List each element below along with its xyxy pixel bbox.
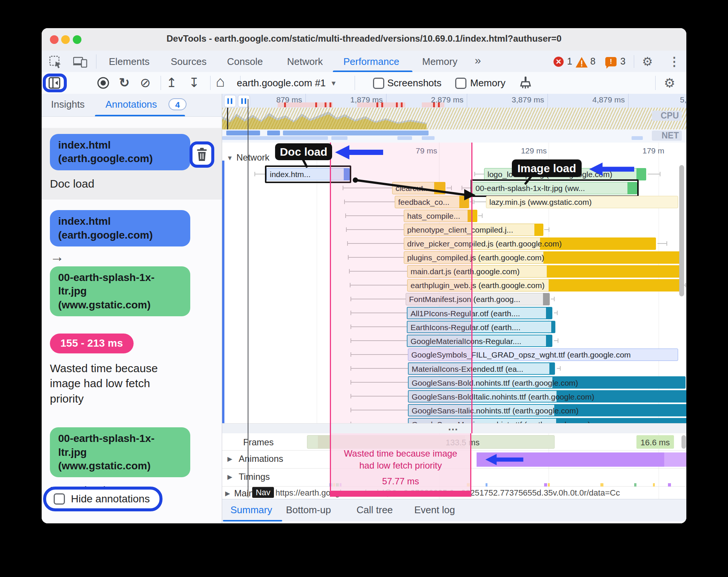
main-activity-tick bbox=[548, 483, 550, 487]
network-request-bar[interactable]: FontManifest.json (earth.goog... bbox=[406, 293, 550, 305]
annotation-pill[interactable]: index.html (earth.google.com) bbox=[50, 134, 190, 170]
annotation-range-start-line[interactable] bbox=[330, 143, 331, 433]
warning-badge-icon[interactable] bbox=[575, 57, 588, 68]
blue-arrow-icon bbox=[481, 454, 528, 465]
network-request-bar[interactable]: EarthIcons-Regular.otf (earth.... bbox=[407, 321, 555, 333]
annotation-pill[interactable]: 00-earth-splash-1x-ltr.jpg (www.gstatic.… bbox=[50, 427, 190, 477]
network-request-bar[interactable]: GoogleSans-Bold.nohints.ttf (earth.googl… bbox=[408, 376, 686, 389]
tab-memory[interactable]: Memory bbox=[422, 56, 457, 68]
clear-icon[interactable]: ⊘ bbox=[140, 75, 151, 90]
time-range-pill[interactable]: 155 - 213 ms bbox=[50, 334, 134, 353]
request-whisker bbox=[350, 285, 407, 285]
image-load-annotation-label[interactable]: Image load bbox=[512, 159, 582, 177]
network-request-bar[interactable]: hats_compile... bbox=[404, 210, 477, 222]
network-request-bar[interactable]: All1PIcons-Regular.otf (earth.... bbox=[407, 307, 552, 319]
request-tail-segment bbox=[549, 363, 555, 374]
network-request-bar[interactable]: earthplugin_web.js (earth.google.com) bbox=[407, 279, 681, 292]
network-request-bar[interactable]: index.htm... bbox=[266, 168, 350, 180]
network-request-bar[interactable]: GoogleSans-Italic.nohints.ttf (earth.goo… bbox=[408, 404, 686, 416]
memory-label[interactable]: Memory bbox=[470, 77, 505, 89]
issues-badge-icon[interactable]: ! bbox=[605, 57, 617, 66]
hide-annotations-checkbox[interactable] bbox=[54, 493, 65, 505]
tab-summary[interactable]: Summary bbox=[230, 504, 272, 516]
main-track-label[interactable]: Main bbox=[234, 488, 254, 499]
error-badge-icon[interactable]: ✕ bbox=[554, 57, 564, 67]
tab-console[interactable]: Console bbox=[227, 56, 263, 68]
download-profile-icon[interactable]: ↧ bbox=[189, 75, 200, 90]
tab-performance[interactable]: Performance bbox=[343, 56, 399, 68]
annotation-card-link[interactable]: index.html (earth.google.com) → 00-earth… bbox=[42, 210, 222, 316]
network-request-bar[interactable]: GoogleMaterialIcons-Regular.... bbox=[407, 335, 552, 347]
target-selector[interactable]: earth.google.com #1 bbox=[237, 77, 331, 89]
toggle-sidebar-icon[interactable] bbox=[48, 77, 61, 89]
vertical-scrollbar[interactable] bbox=[679, 165, 684, 296]
trash-icon[interactable] bbox=[196, 148, 208, 161]
animations-track-label[interactable]: Animations bbox=[239, 454, 283, 464]
request-whisker bbox=[350, 368, 408, 369]
doc-load-annotation-label[interactable]: Doc load bbox=[275, 143, 332, 160]
net-activity-bar bbox=[331, 136, 347, 140]
garbage-collect-broom-icon[interactable] bbox=[518, 76, 532, 90]
network-request-bar[interactable]: main.dart.js (earth.google.com) bbox=[407, 265, 684, 278]
settings-gear-icon[interactable]: ⚙ bbox=[642, 54, 653, 69]
collapse-arrow-icon[interactable]: ▶ bbox=[227, 455, 232, 463]
tab-network[interactable]: Network bbox=[287, 56, 323, 68]
pause-marker-1[interactable] bbox=[224, 95, 236, 107]
network-request-bar[interactable]: drive_picker_compiled.js (earth.google.c… bbox=[404, 237, 656, 250]
kebab-menu-icon[interactable]: ⋮ bbox=[668, 54, 680, 69]
upload-profile-icon[interactable]: ↥ bbox=[166, 75, 177, 90]
network-request-bar[interactable]: plugins_compiled.js (earth.google.com) bbox=[404, 251, 684, 264]
hide-annotations-label[interactable]: Hide annotations bbox=[71, 493, 150, 505]
collapse-arrow-icon[interactable]: ▶ bbox=[227, 473, 232, 481]
devtools-tabbar: Elements Sources Console Network Perform… bbox=[42, 51, 686, 72]
collapse-arrow-icon[interactable]: ▶ bbox=[225, 490, 230, 497]
overview-ruler[interactable]: 879 ms1,879 ms2,879 ms3,879 ms4,879 ms5,… bbox=[222, 94, 686, 108]
frames-scroll-thumb[interactable] bbox=[681, 435, 686, 449]
network-request-bar[interactable]: GoogleSymbols_FILL_GRAD_opsz_wght.ttf (e… bbox=[408, 349, 678, 361]
net-overview-strip[interactable]: NET bbox=[222, 129, 686, 143]
inspect-icon[interactable] bbox=[49, 55, 62, 69]
capture-settings-gear-icon[interactable]: ⚙ bbox=[664, 75, 675, 90]
network-expand-icon[interactable]: ▼ bbox=[227, 155, 233, 162]
tab-event-log[interactable]: Event log bbox=[414, 504, 455, 516]
tab-annotations[interactable]: Annotations bbox=[105, 99, 157, 110]
network-request-bar[interactable]: lazy.min.js (www.gstatic.com) bbox=[486, 196, 678, 208]
main-activity-tick bbox=[486, 483, 487, 487]
record-icon[interactable] bbox=[96, 76, 110, 90]
more-tabs-icon[interactable]: » bbox=[475, 54, 481, 67]
timings-track-label[interactable]: Timings bbox=[239, 472, 270, 482]
selection-handle[interactable] bbox=[227, 108, 228, 129]
tab-call-tree[interactable]: Call tree bbox=[356, 504, 393, 516]
memory-checkbox[interactable] bbox=[455, 78, 466, 89]
chevron-down-icon[interactable]: ▼ bbox=[330, 80, 337, 87]
network-request-bar[interactable]: GoogleSans-BoldItalic.nohints.ttf (earth… bbox=[408, 390, 686, 403]
tab-insights[interactable]: Insights bbox=[51, 99, 85, 110]
network-request-bar[interactable]: MaterialIcons-Extended.ttf (ea... bbox=[408, 362, 555, 375]
ruler-label: 129 ms bbox=[507, 146, 547, 155]
annotation-card-doc-load[interactable]: index.html (earth.google.com) Doc load bbox=[42, 128, 222, 200]
cpu-overview-strip[interactable]: CPU bbox=[222, 108, 686, 129]
home-icon[interactable]: ⌂ bbox=[216, 73, 225, 90]
network-waterfall[interactable]: 79 ms 129 ms 179 m ▼ Network index.htm..… bbox=[222, 143, 686, 433]
wasted-time-annotation-panel[interactable]: Wasted time because image had low fetch … bbox=[330, 433, 471, 497]
request-label: GoogleSymbols_FILL_GRAD_opsz_wght.ttf (e… bbox=[411, 350, 631, 359]
annotation-pill-from[interactable]: index.html (earth.google.com) bbox=[50, 210, 190, 246]
request-whisker bbox=[648, 174, 660, 174]
tab-elements[interactable]: Elements bbox=[109, 56, 149, 68]
annotation-card-time-range[interactable]: 155 - 213 ms Wasted time because image h… bbox=[42, 334, 222, 406]
network-request-bar[interactable]: 00-earth-splash-1x-ltr.jpg (ww... bbox=[472, 182, 637, 194]
tab-sources[interactable]: Sources bbox=[171, 56, 206, 68]
tab-bottom-up[interactable]: Bottom-up bbox=[286, 504, 331, 516]
net-activity-bar bbox=[267, 131, 280, 135]
annotation-pill-to[interactable]: 00-earth-splash-1x-ltr.jpg (www.gstatic.… bbox=[50, 266, 190, 316]
network-track-label[interactable]: Network bbox=[236, 152, 269, 163]
overflow-ellipsis[interactable]: … bbox=[442, 421, 464, 433]
screenshots-label[interactable]: Screenshots bbox=[387, 77, 442, 89]
main-activity-tick bbox=[544, 483, 547, 487]
network-request-bar[interactable]: phenotype_client_compiled.j... bbox=[404, 224, 543, 236]
reload-record-icon[interactable]: ↻ bbox=[119, 75, 130, 90]
request-solid-segment bbox=[543, 251, 684, 264]
annotations-count-badge: 4 bbox=[168, 98, 187, 110]
device-toolbar-icon[interactable] bbox=[73, 56, 87, 68]
screenshots-checkbox[interactable] bbox=[373, 78, 384, 89]
